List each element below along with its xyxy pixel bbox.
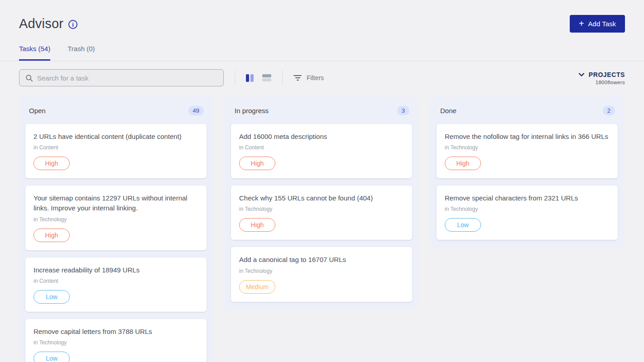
- column-count-badge: 2: [603, 106, 615, 115]
- column-count-badge: 49: [188, 106, 204, 115]
- task-category: in Technology: [445, 144, 610, 151]
- plus-icon: +: [579, 19, 584, 28]
- page-header: Advisor i + Add Task: [0, 0, 644, 31]
- filters-button[interactable]: Filters: [293, 74, 324, 81]
- task-category: in Technology: [34, 216, 199, 223]
- tabs-bar: Tasks (54) Trash (0): [0, 45, 644, 61]
- priority-pill: Low: [34, 290, 70, 304]
- task-title: Add a canonical tag to 16707 URLs: [239, 255, 405, 265]
- toolbar-divider: [235, 70, 235, 86]
- selected-project-name: 1800flowers: [596, 80, 625, 85]
- priority-pill: Low: [445, 218, 481, 232]
- task-title: Add 16000 meta descriptions: [239, 132, 405, 142]
- task-category: in Technology: [239, 268, 405, 274]
- chevron-down-icon: [578, 72, 585, 77]
- add-task-label: Add Task: [588, 20, 616, 28]
- title-row: Advisor i: [19, 16, 625, 31]
- task-category: in Content: [239, 144, 405, 151]
- column-header: In progress3: [231, 103, 412, 124]
- column-header: Open49: [25, 103, 207, 124]
- column-title: Open: [29, 107, 46, 114]
- task-card[interactable]: Remove the nofollow tag for internal lin…: [437, 124, 618, 178]
- kanban-board: Open492 URLs have identical content (dup…: [0, 86, 644, 362]
- task-title: 2 URLs have identical content (duplicate…: [34, 132, 199, 142]
- task-title: Remove capital letters from 3788 URLs: [34, 327, 199, 337]
- tab-tasks[interactable]: Tasks (54): [19, 45, 50, 61]
- cards-list: 2 URLs have identical content (duplicate…: [25, 124, 207, 362]
- task-title: Remove the nofollow tag for internal lin…: [445, 132, 610, 142]
- cards-list: Add 16000 meta descriptionsin ContentHig…: [231, 124, 412, 302]
- view-toggles: [246, 74, 271, 82]
- priority-pill: High: [34, 157, 70, 170]
- toolbar: Filters PROJECTS 1800flowers: [19, 69, 625, 86]
- search-icon: [25, 74, 33, 82]
- task-card[interactable]: Add a canonical tag to 16707 URLsin Tech…: [231, 247, 412, 301]
- column-header: Done2: [437, 103, 618, 124]
- priority-pill: High: [445, 157, 481, 170]
- filter-icon: [293, 75, 302, 81]
- add-task-button[interactable]: + Add Task: [570, 15, 625, 33]
- priority-pill: High: [239, 157, 275, 170]
- kanban-column-done: Done2Remove the nofollow tag for interna…: [430, 96, 624, 248]
- task-title: Your sitemap contains 12297 URLs without…: [34, 193, 199, 213]
- column-title: Done: [440, 107, 457, 114]
- priority-pill: Medium: [239, 280, 275, 294]
- task-title: Increase readability of 18949 URLs: [34, 265, 199, 275]
- column-count-badge: 3: [397, 106, 409, 115]
- toolbar-divider: [282, 70, 283, 86]
- task-card[interactable]: Add 16000 meta descriptionsin ContentHig…: [231, 124, 412, 178]
- task-card[interactable]: Your sitemap contains 12297 URLs without…: [25, 186, 207, 250]
- task-card[interactable]: 2 URLs have identical content (duplicate…: [25, 124, 207, 178]
- task-category: in Technology: [34, 339, 199, 346]
- priority-pill: High: [239, 218, 275, 232]
- task-title: Remove special characters from 2321 URLs: [445, 193, 610, 203]
- projects-area: PROJECTS 1800flowers: [578, 71, 625, 85]
- info-icon[interactable]: i: [68, 20, 77, 29]
- task-card[interactable]: Increase readability of 18949 URLsin Con…: [25, 257, 207, 312]
- projects-label: PROJECTS: [589, 71, 625, 78]
- column-title: In progress: [235, 107, 269, 114]
- task-category: in Content: [34, 144, 199, 151]
- task-title: Check why 155 URLs cannot be found (404): [239, 193, 405, 203]
- cards-list: Remove the nofollow tag for internal lin…: [437, 124, 618, 240]
- task-category: in Technology: [239, 206, 405, 212]
- search-box[interactable]: [19, 69, 224, 86]
- kanban-column-open: Open492 URLs have identical content (dup…: [19, 96, 213, 362]
- tab-trash[interactable]: Trash (0): [67, 45, 95, 61]
- task-category: in Technology: [445, 206, 610, 212]
- kanban-view-icon[interactable]: [246, 74, 254, 82]
- page-title: Advisor: [19, 16, 63, 31]
- search-input[interactable]: [37, 74, 217, 82]
- priority-pill: High: [34, 229, 70, 242]
- priority-pill: Low: [34, 352, 70, 362]
- list-view-icon[interactable]: [262, 74, 271, 81]
- filters-label: Filters: [307, 74, 324, 81]
- task-card[interactable]: Remove special characters from 2321 URLs…: [437, 186, 618, 240]
- kanban-column-in-progress: In progress3Add 16000 meta descriptionsi…: [225, 96, 418, 310]
- task-category: in Content: [34, 278, 199, 284]
- task-card[interactable]: Check why 155 URLs cannot be found (404)…: [231, 186, 412, 240]
- task-card[interactable]: Remove capital letters from 3788 URLsin …: [25, 319, 207, 362]
- projects-selector[interactable]: PROJECTS: [578, 71, 625, 78]
